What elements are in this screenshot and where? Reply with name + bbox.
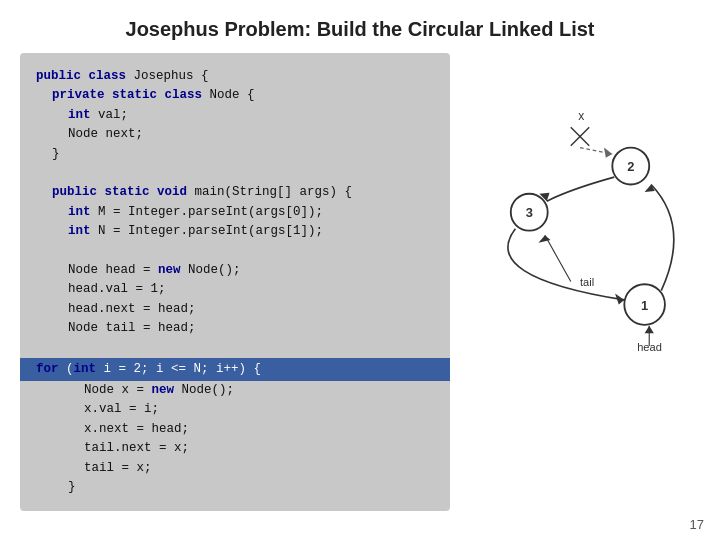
svg-marker-13 [604, 148, 612, 158]
diagram-area: x 2 3 1 tail head [460, 53, 700, 473]
node1-label: 1 [641, 298, 648, 313]
svg-line-5 [545, 235, 571, 281]
page-title: Josephus Problem: Build the Circular Lin… [0, 0, 720, 53]
slide-number: 17 [690, 517, 704, 532]
x-label: x [578, 109, 584, 123]
tail-label: tail [580, 276, 594, 288]
code-panel: public class Josephus { private static c… [20, 53, 450, 511]
svg-marker-8 [645, 326, 654, 333]
node2-label: 2 [627, 159, 634, 174]
node3-label: 3 [526, 205, 533, 220]
